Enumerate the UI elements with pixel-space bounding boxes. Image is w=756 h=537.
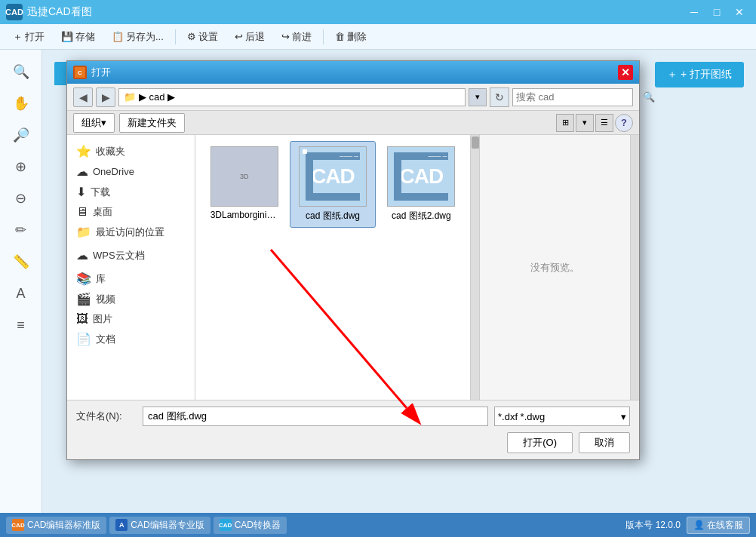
nav-wps-label: WPS云文档 [93,249,145,262]
nav-wps-cloud[interactable]: ☁ WPS云文档 [67,245,195,265]
filetype-select[interactable]: *.dxf *.dwg ▾ [494,407,630,426]
search-icon: 🔍 [643,91,655,103]
title-bar: CAD 迅捷CAD看图 ─ □ ✕ [0,0,756,24]
minimize-button[interactable]: ─ [684,4,705,20]
sidebar-zoomout-icon[interactable]: ⊖ [7,184,35,213]
cloud-icon: ☁ [76,164,88,179]
filename-input[interactable] [143,407,488,426]
nav-documents[interactable]: 📄 文档 [67,329,195,349]
sidebar-zoom-icon[interactable]: 🔎 [7,121,35,149]
open-button[interactable]: ＋ 打开 [6,27,51,47]
taskbar-icon-text-2: CAD [219,522,232,529]
nav-pictures[interactable]: 🖼 图片 [67,309,195,329]
new-folder-button[interactable]: 新建文件夹 [119,113,185,133]
forward-button[interactable]: ↪ 前进 [275,27,318,47]
file-name-lamb: 3DLamborgini_3.dwg [211,210,278,220]
path-bar: 📁 ▶ cad ▶ [118,88,466,106]
open-paper-button[interactable]: ＋ + 打开图纸 [655,62,744,87]
sidebar-text-icon[interactable]: A [7,279,35,308]
dialog-toolbar: ◀ ▶ 📁 ▶ cad ▶ ▾ ↻ 🔍 [67,84,639,111]
sidebar-ruler-icon[interactable]: 📏 [7,247,35,276]
wps-icon: ☁ [76,248,88,262]
dialog-cancel-button[interactable]: 取消 [579,432,630,453]
taskbar-icon-text-0: CAD [11,522,24,529]
close-button[interactable]: ✕ [729,4,750,20]
nav-downloads-label: 下载 [91,186,110,199]
taskbar-icon-0: CAD [12,519,24,531]
nav-favorites[interactable]: ⭐ 收藏夹 [67,141,195,161]
refresh-button[interactable]: ↻ [490,87,509,107]
path-dropdown[interactable]: ▾ [469,88,487,106]
save-label: 存储 [75,30,95,44]
file-item-cad1[interactable]: ─── ─ CAD cad 图纸.dwg [290,141,375,228]
picture-icon: 🖼 [76,312,88,326]
nav-desktop[interactable]: 🖥 桌面 [67,202,195,222]
forward-label: 前进 [292,30,312,44]
settings-label: 设置 [198,30,218,44]
file-name-cad1: cad 图纸.dwg [306,210,360,222]
help-button[interactable]: ? [615,114,633,132]
dialog-open-button[interactable]: 打开(O) [507,432,573,453]
settings-button[interactable]: ⚙ 设置 [180,27,225,47]
sidebar-layer-icon[interactable]: ≡ [7,311,35,339]
online-service-label: 在线客服 [707,519,743,532]
organize-button[interactable]: 组织▾ [73,113,115,133]
sidebar-pen-icon[interactable]: ✏ [7,216,35,244]
files-panel: 3D 3DLamborgini_3.dwg ─── ─ [195,135,470,400]
save-as-button[interactable]: 📋 另存为... [105,27,171,47]
back-icon: ↩ [235,31,243,42]
online-service-button[interactable]: 👤 在线客服 [687,517,750,534]
filetype-text: *.dxf *.dwg [498,411,545,422]
taskbar-icon-2: CAD [220,519,232,531]
view-grid-button[interactable]: ⊞ [556,114,574,132]
search-bar: 🔍 [512,88,633,106]
nav-panel: ⭐ 收藏夹 ☁ OneDrive ⬇ 下载 🖥 桌面 📁 最近访问的位置 [67,135,195,400]
scrollbar-thumb [472,137,479,149]
download-icon: ⬇ [76,185,86,199]
nav-videos[interactable]: 🎬 视频 [67,289,195,309]
dialog-title-bar: C 打开 ✕ [67,61,639,84]
dialog-forward-button[interactable]: ▶ [96,87,115,107]
filename-label: 文件名(N): [76,410,137,423]
nav-favorites-label: 收藏夹 [96,145,125,158]
toolbar: ＋ 打开 💾 存储 📋 另存为... ⚙ 设置 ↩ 后退 ↪ 前进 🗑 删除 [0,24,756,50]
back-button[interactable]: ↩ 后退 [228,27,272,47]
plus-icon: ＋ [667,68,678,81]
nav-downloads[interactable]: ⬇ 下载 [67,182,195,202]
window-controls: ─ □ ✕ [684,4,750,20]
sidebar-zoomin-icon[interactable]: ⊕ [7,152,35,181]
taskbar-right: 版本号 12.0.0 👤 在线客服 [625,517,750,534]
dialog-back-button[interactable]: ◀ [73,87,93,107]
toolbar-separator [175,29,176,44]
file-item-lamb[interactable]: 3D 3DLamborgini_3.dwg [201,141,287,228]
view-list-button[interactable]: ☰ [595,114,613,132]
view-dropdown-button[interactable]: ▾ [576,114,594,132]
open-paper-label: + 打开图纸 [681,68,732,81]
taskbar-item-1[interactable]: A CAD编辑器专业版 [109,517,210,534]
dialog-close-button[interactable]: ✕ [618,65,633,80]
taskbar-item-2[interactable]: CAD CAD转换器 [214,517,287,534]
files-scrollbar[interactable] [470,135,479,400]
lamb-thumbnail: 3D [211,146,278,207]
taskbar-item-0[interactable]: CAD CAD编辑器标准版 [6,517,106,534]
nav-onedrive[interactable]: ☁ OneDrive [67,161,195,182]
nav-library[interactable]: 📚 库 [67,268,195,289]
preview-panel: 没有预览。 [479,135,630,400]
nav-onedrive-label: OneDrive [93,166,134,177]
file-name-cad2: cad 图纸2.dwg [392,210,451,222]
maximize-button[interactable]: □ [706,4,727,20]
save-button[interactable]: 💾 存储 [54,27,102,47]
sidebar-search-icon[interactable]: 🔍 [7,57,35,86]
dialog-footer: 文件名(N): *.dxf *.dwg ▾ 打开(O) 取消 [67,400,639,459]
delete-button[interactable]: 🗑 删除 [328,27,373,47]
cad-thumbnail-2: ─── ─ CAD [388,146,454,207]
search-input[interactable] [516,91,643,103]
nav-wps-group: ☁ WPS云文档 [67,245,195,265]
open-label: 打开 [25,30,45,44]
add-icon: ＋ [13,30,23,44]
sidebar-hand-icon[interactable]: ✋ [7,89,35,118]
nav-recent-places[interactable]: 📁 最近访问的位置 [67,222,195,242]
preview-text: 没有预览。 [530,261,579,275]
file-item-cad2[interactable]: ─── ─ CAD cad 图纸2.dwg [379,141,464,228]
preview-scrollbar[interactable] [630,135,639,400]
